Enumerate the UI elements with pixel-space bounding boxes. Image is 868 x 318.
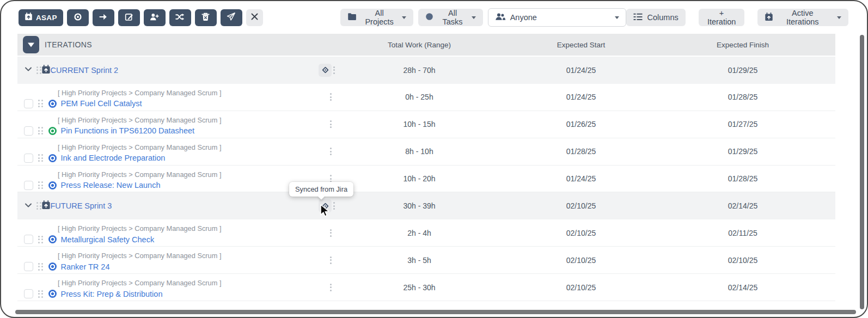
shuffle-button[interactable]	[169, 9, 191, 26]
chevron-down-icon[interactable]	[24, 65, 33, 75]
task-breadcrumb: [ High Priority Projects > Company Manag…	[58, 138, 338, 151]
trash-icon	[201, 13, 210, 23]
row-menu-icon[interactable]	[332, 200, 337, 211]
task-status-icon	[48, 154, 57, 162]
delete-button[interactable]	[195, 9, 217, 26]
edit-button[interactable]	[118, 9, 140, 26]
active-iterations-dropdown[interactable]: Active Iterations	[757, 9, 848, 26]
cell-total-work: 8h - 10h	[338, 138, 501, 165]
view-controls: Columns + Iteration Active Iterations	[626, 9, 849, 26]
drag-handle-icon[interactable]	[38, 290, 43, 298]
asap-button[interactable]: ASAP	[19, 9, 63, 26]
chevron-down-icon[interactable]	[24, 201, 33, 211]
assign-button[interactable]	[144, 9, 166, 26]
cell-expected-finish: 02/14/25	[661, 192, 824, 219]
cell-total-work: 2h - 4h	[338, 219, 501, 246]
task-name-link[interactable]: Press Release: New Launch	[61, 181, 161, 189]
columns-label: Columns	[647, 13, 678, 22]
drag-handle-icon[interactable]	[38, 154, 43, 162]
people-icon	[495, 13, 506, 22]
task-name-link[interactable]: Ink and Electrode Preparation	[61, 154, 166, 162]
task-status-icon	[48, 100, 57, 108]
drag-handle-icon[interactable]	[38, 181, 43, 189]
task-row: [ High Priority Projects > Company Manag…	[17, 247, 835, 274]
task-row: [ High Priority Projects > Company Manag…	[17, 166, 835, 193]
cell-total-work: 28h - 70h	[338, 57, 501, 84]
table-body: CURRENT Sprint 2 28h - 70h 01/24/25 01/2…	[17, 57, 835, 301]
task-checkbox[interactable]	[24, 126, 33, 136]
task-name-link[interactable]: PEM Fuel Cell Catalyst	[61, 99, 142, 108]
send-button[interactable]	[221, 9, 242, 26]
cell-expected-finish: 01/27/25	[661, 111, 824, 138]
vertical-scrollbar[interactable]	[860, 35, 864, 309]
drag-handle-icon[interactable]	[38, 127, 43, 134]
send-icon	[227, 12, 236, 23]
target-button[interactable]	[67, 9, 89, 26]
task-checkbox[interactable]	[24, 289, 33, 298]
task-name-link[interactable]: Press Kit: Prep & Distribution	[61, 290, 163, 298]
calendar-up-icon	[765, 13, 773, 23]
calendar-up-icon	[41, 200, 51, 211]
task-checkbox[interactable]	[24, 154, 33, 163]
drag-handle-icon[interactable]	[38, 100, 43, 107]
task-breadcrumb: [ High Priority Projects > Company Manag…	[58, 84, 338, 97]
add-iteration-button[interactable]: + Iteration	[699, 9, 745, 26]
all-projects-label: All Projects	[362, 9, 398, 26]
task-checkbox[interactable]	[24, 262, 33, 271]
chevron-down-icon	[472, 16, 476, 19]
cell-expected-start: 01/26/25	[501, 111, 661, 138]
person-add-icon	[150, 13, 159, 23]
drag-handle-icon[interactable]	[36, 202, 41, 210]
row-menu-icon[interactable]	[328, 146, 333, 157]
horizontal-scrollbar[interactable]	[15, 310, 856, 314]
triangle-down-icon	[28, 41, 34, 49]
task-checkbox[interactable]	[24, 181, 33, 190]
sprint-name-link[interactable]: CURRENT Sprint 2	[51, 66, 119, 75]
filter-group: All Projects All Tasks Anyone	[340, 8, 626, 27]
task-row: [ High Priority Projects > Company Manag…	[17, 138, 835, 166]
drag-handle-icon[interactable]	[36, 66, 41, 74]
all-tasks-label: All Tasks	[438, 9, 466, 26]
row-menu-icon[interactable]	[328, 228, 333, 238]
chevron-down-icon	[837, 16, 841, 19]
clear-selection-button[interactable]	[246, 9, 263, 26]
task-checkbox[interactable]	[24, 99, 33, 108]
row-menu-icon[interactable]	[328, 282, 333, 293]
task-breadcrumb: [ High Priority Projects > Company Manag…	[58, 247, 338, 260]
all-tasks-filter[interactable]: All Tasks	[418, 9, 482, 26]
assignee-select[interactable]: Anyone	[488, 8, 626, 27]
expected-start-header: Expected Start	[501, 41, 661, 49]
cell-expected-finish: 01/29/25	[661, 57, 824, 84]
sprint-row: CURRENT Sprint 2 28h - 70h 01/24/25 01/2…	[17, 57, 835, 84]
drag-handle-icon[interactable]	[38, 263, 43, 271]
columns-button[interactable]: Columns	[626, 9, 686, 26]
chevron-down-icon	[402, 16, 406, 19]
cell-expected-finish: 01/28/25	[661, 84, 824, 111]
collapse-all-button[interactable]	[23, 36, 39, 53]
move-button[interactable]	[93, 9, 114, 26]
task-name-link[interactable]: Ranker TR 24	[61, 262, 110, 271]
task-name-link[interactable]: Pin Functions in TPS61200 Datasheet	[61, 126, 195, 135]
all-projects-filter[interactable]: All Projects	[340, 9, 414, 26]
folder-icon	[347, 13, 357, 22]
task-row: [ High Priority Projects > Company Manag…	[17, 84, 835, 111]
row-menu-icon[interactable]	[328, 91, 333, 102]
columns-icon	[633, 13, 643, 22]
row-menu-icon[interactable]	[328, 119, 333, 130]
toolbar: ASAP	[19, 8, 848, 27]
close-icon	[251, 13, 258, 22]
task-checkbox[interactable]	[24, 235, 33, 244]
cell-total-work: 25h - 30h	[338, 274, 501, 301]
sprint-name-link[interactable]: FUTURE Sprint 3	[51, 201, 112, 210]
expected-finish-header: Expected Finish	[661, 41, 824, 49]
cell-expected-start: 01/28/25	[501, 138, 661, 165]
task-status-icon	[48, 235, 57, 243]
jira-sync-icon[interactable]	[319, 64, 332, 77]
row-menu-icon[interactable]	[332, 65, 337, 76]
task-row: [ High Priority Projects > Company Manag…	[17, 274, 835, 301]
row-menu-icon[interactable]	[328, 255, 333, 266]
cell-expected-start: 02/10/25	[501, 192, 661, 219]
edit-icon	[125, 13, 133, 23]
drag-handle-icon[interactable]	[38, 236, 43, 243]
task-name-link[interactable]: Metallurgical Safety Check	[61, 235, 155, 244]
